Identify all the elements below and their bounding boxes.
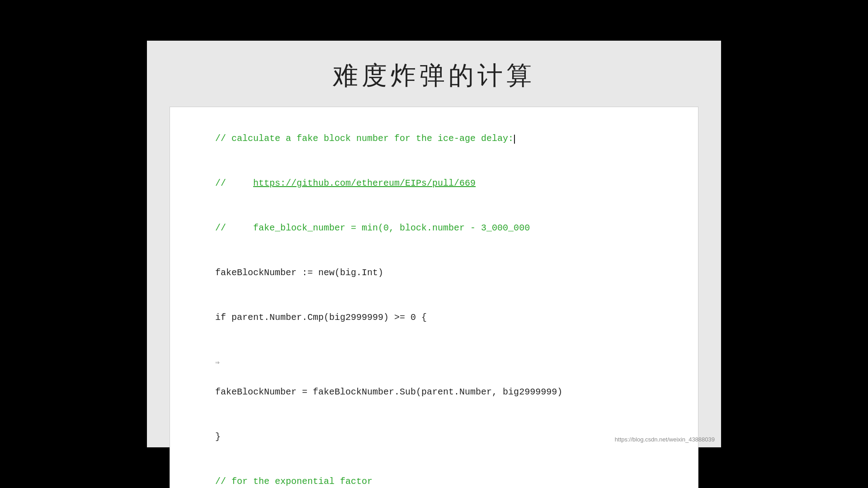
- code-normal-4: fakeBlockNumber := new(big.Int): [215, 267, 383, 278]
- comment-3: // fake_block_number = min(0, block.numb…: [215, 223, 530, 233]
- code-line-2: // https://github.com/ethereum/EIPs/pull…: [183, 161, 685, 206]
- comment-8: // for the exponential factor: [215, 476, 373, 487]
- code-block: // calculate a fake block number for the…: [170, 107, 698, 488]
- watermark: https://blog.csdn.net/weixin_43888039: [615, 436, 715, 443]
- code-line-3: // fake_block_number = min(0, block.numb…: [183, 206, 685, 250]
- code-line-7: }: [183, 414, 685, 459]
- code-line-6: ⇒ fakeBlockNumber = fakeBlockNumber.Sub(…: [183, 340, 685, 414]
- code-line-8: // for the exponential factor: [183, 459, 685, 488]
- code-normal-5: if parent.Number.Cmp(big2999999) >= 0 {: [215, 312, 427, 323]
- code-line-1: // calculate a fake block number for the…: [183, 116, 685, 161]
- cursor: [514, 135, 515, 144]
- link-eips[interactable]: https://github.com/ethereum/EIPs/pull/66…: [253, 178, 476, 188]
- arrow-icon-1: ⇒: [215, 357, 220, 369]
- code-line-5: if parent.Number.Cmp(big2999999) >= 0 {: [183, 295, 685, 340]
- page-title: 难度炸弹的计算: [333, 59, 535, 93]
- comment-2: // https://github.com/ethereum/EIPs/pull…: [215, 178, 476, 188]
- code-normal-7: }: [215, 432, 221, 442]
- comment-1: // calculate a fake block number for the…: [215, 133, 514, 144]
- code-line-4: fakeBlockNumber := new(big.Int): [183, 250, 685, 295]
- slide: 难度炸弹的计算 // calculate a fake block number…: [147, 41, 721, 447]
- code-normal-6: fakeBlockNumber = fakeBlockNumber.Sub(pa…: [215, 387, 562, 397]
